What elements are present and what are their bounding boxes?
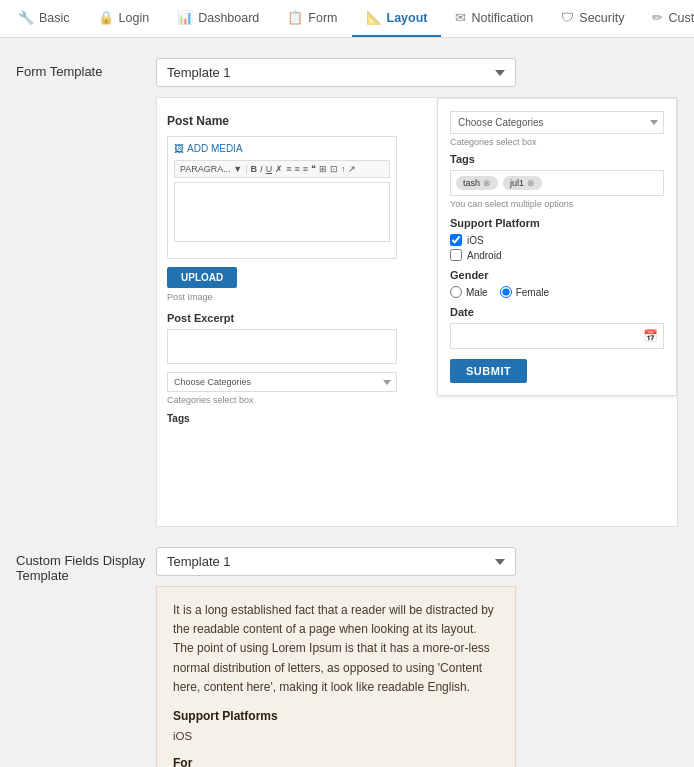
right-panel-radios: Male Female: [450, 286, 664, 298]
preview-submit-btn[interactable]: SUBMIT: [450, 359, 527, 383]
preview-tags-label: Tags: [167, 413, 397, 424]
toolbar-upload[interactable]: ↑: [341, 164, 346, 174]
custom-fields-row: Custom Fields Display Template Template …: [16, 547, 678, 767]
right-panel-tags-box: tash ⊗ jul1 ⊗: [450, 170, 664, 196]
tab-form-label: Form: [308, 11, 337, 25]
add-media-icon: 🖼: [174, 143, 184, 154]
right-panel-date-box: 📅: [450, 323, 664, 349]
toolbar-blockquote[interactable]: ❝: [311, 164, 316, 174]
right-panel-categories-select[interactable]: Choose Categories: [450, 111, 664, 134]
toolbar-bold[interactable]: B: [251, 164, 258, 174]
tab-form[interactable]: 📋 Form: [273, 0, 351, 37]
toolbar-sep: |: [245, 164, 247, 174]
field-for-name: For: [173, 754, 499, 767]
tab-security[interactable]: 🛡 Security: [547, 0, 638, 37]
form-template-row: Form Template Template 1 Template 2 Temp…: [16, 58, 678, 527]
preview-left-panel: Post Name 🖼 ADD MEDIA PARAGRA... ▼ | B I…: [167, 108, 397, 427]
checkbox-ios-label: iOS: [467, 235, 484, 246]
form-preview-container: Post Name 🖼 ADD MEDIA PARAGRA... ▼ | B I…: [156, 97, 678, 527]
custom-fields-label: Custom Fields Display Template: [16, 547, 156, 583]
right-panel-date-label: Date: [450, 306, 664, 318]
custom-fields-content: Template 1 Template 2 Template 3 It is a…: [156, 547, 678, 767]
radio-male-row: Male: [450, 286, 488, 298]
toolbar-underline[interactable]: U: [266, 164, 273, 174]
tab-customize[interactable]: ✏ Customize: [638, 0, 694, 37]
checkbox-ios-row: iOS: [450, 234, 664, 246]
custom-fields-template-select[interactable]: Template 1 Template 2 Template 3: [156, 547, 516, 576]
add-media-label: ADD MEDIA: [187, 143, 243, 154]
tab-layout-label: Layout: [387, 11, 428, 25]
tab-layout[interactable]: 📐 Layout: [352, 0, 442, 37]
radio-female-label: Female: [516, 287, 549, 298]
radio-female[interactable]: [500, 286, 512, 298]
preview-toolbar: PARAGRA... ▼ | B I U ✗ ≡ ≡ ≡ ❝ ⊞ ⊡: [174, 160, 390, 178]
toolbar-ol[interactable]: ⊡: [330, 164, 338, 174]
tag-tash-remove[interactable]: ⊗: [483, 178, 491, 188]
checkbox-android[interactable]: [450, 249, 462, 261]
form-template-label: Form Template: [16, 58, 156, 79]
field-support-platforms-value: iOS: [173, 727, 499, 745]
form-template-content: Template 1 Template 2 Template 3 Post Na…: [156, 58, 678, 527]
right-panel-tags-hint: You can select multiple options: [450, 199, 664, 209]
toolbar-italic[interactable]: I: [260, 164, 263, 174]
tab-login[interactable]: 🔒 Login: [84, 0, 164, 37]
toolbar-para: PARAGRA... ▼: [180, 164, 242, 174]
preview-categories-select[interactable]: Choose Categories: [167, 372, 397, 392]
checkbox-ios[interactable]: [450, 234, 462, 246]
right-panel-gender-label: Gender: [450, 269, 664, 281]
custom-fields-sublabel: Template: [16, 568, 69, 583]
tag-jul1-label: jul1: [510, 178, 524, 188]
right-panel-tags-label: Tags: [450, 153, 664, 165]
field-support-platforms-name: Support Platforms: [173, 707, 499, 726]
dashboard-icon: 📊: [177, 10, 193, 25]
customize-icon: ✏: [652, 10, 663, 25]
tag-jul1: jul1 ⊗: [503, 176, 542, 190]
tab-dashboard-label: Dashboard: [198, 11, 259, 25]
preview-post-image-label: Post Image: [167, 292, 397, 302]
custom-fields-title: Custom Fields Display: [16, 553, 145, 568]
preview-post-name: Post Name: [167, 114, 397, 128]
tab-customize-label: Customize: [668, 11, 694, 25]
preview-editor: [174, 182, 390, 242]
form-icon: 📋: [287, 10, 303, 25]
tab-security-label: Security: [579, 11, 624, 25]
tab-notification[interactable]: ✉ Notification: [441, 0, 547, 37]
calendar-icon[interactable]: 📅: [643, 329, 658, 343]
toolbar-align-l[interactable]: ≡: [286, 164, 291, 174]
preview-add-media-btn[interactable]: 🖼 ADD MEDIA: [174, 143, 390, 154]
security-icon: 🛡: [561, 10, 574, 25]
toolbar-strikethrough[interactable]: ✗: [275, 164, 283, 174]
preview-right-panel: Choose Categories Categories select box …: [437, 98, 677, 396]
preview-categories-hint: Categories select box: [167, 395, 397, 405]
tab-dashboard[interactable]: 📊 Dashboard: [163, 0, 273, 37]
checkbox-android-row: Android: [450, 249, 664, 261]
tab-login-label: Login: [119, 11, 150, 25]
radio-female-row: Female: [500, 286, 549, 298]
notification-icon: ✉: [455, 10, 466, 25]
preview-upload-btn[interactable]: UPLOAD: [167, 267, 237, 288]
display-preview: It is a long established fact that a rea…: [156, 586, 516, 767]
basic-icon: 🔧: [18, 10, 34, 25]
toolbar-align-r[interactable]: ≡: [303, 164, 308, 174]
preview-excerpt-box: [167, 329, 397, 364]
toolbar-list[interactable]: ⊞: [319, 164, 327, 174]
tab-basic-label: Basic: [39, 11, 70, 25]
right-panel-checkboxes: iOS Android: [450, 234, 664, 261]
login-icon: 🔒: [98, 10, 114, 25]
radio-male[interactable]: [450, 286, 462, 298]
checkbox-android-label: Android: [467, 250, 501, 261]
tag-tash: tash ⊗: [456, 176, 498, 190]
tag-jul1-remove[interactable]: ⊗: [527, 178, 535, 188]
tab-notification-label: Notification: [471, 11, 533, 25]
layout-icon: 📐: [366, 10, 382, 25]
preview-post-excerpt-label: Post Excerpt: [167, 312, 397, 324]
form-template-select[interactable]: Template 1 Template 2 Template 3: [156, 58, 516, 87]
tab-basic[interactable]: 🔧 Basic: [4, 0, 84, 37]
radio-male-label: Male: [466, 287, 488, 298]
right-panel-support-label: Support Platform: [450, 217, 664, 229]
toolbar-align-c[interactable]: ≡: [294, 164, 299, 174]
display-preview-text: It is a long established fact that a rea…: [173, 601, 499, 697]
toolbar-link[interactable]: ↗: [348, 164, 356, 174]
nav-tabs: 🔧 Basic 🔒 Login 📊 Dashboard 📋 Form 📐 Lay…: [0, 0, 694, 38]
tag-tash-label: tash: [463, 178, 480, 188]
